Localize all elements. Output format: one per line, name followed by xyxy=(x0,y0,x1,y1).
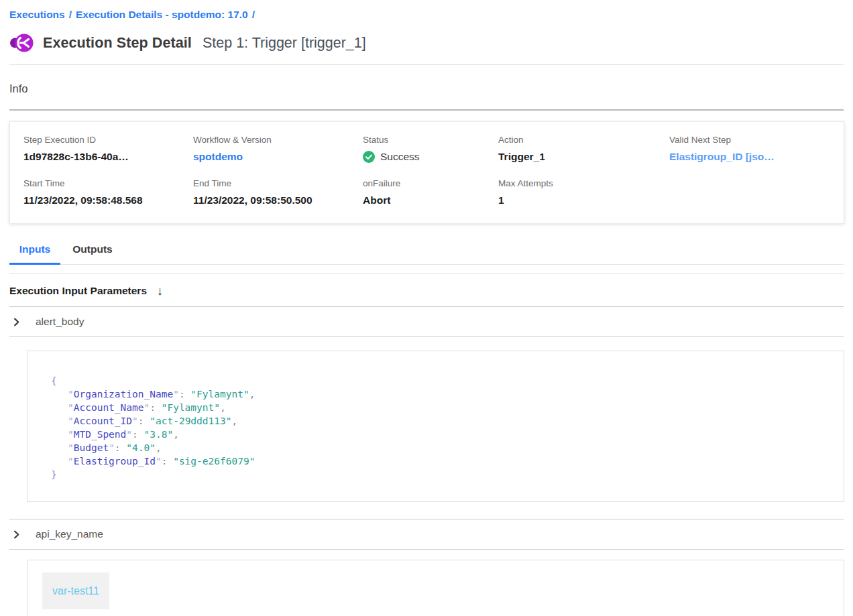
info-card: Step Execution ID 1d97828c-13b6-40a… Wor… xyxy=(9,121,844,224)
field-label: Step Execution ID xyxy=(23,135,193,145)
field-label: Status xyxy=(363,135,498,145)
execution-step-detail-page: Executions/Execution Details - spotdemo:… xyxy=(0,0,853,616)
divider xyxy=(9,336,844,337)
field-label: onFailure xyxy=(363,178,498,188)
api-key-name-panel: var-test11 xyxy=(27,560,844,616)
field-max-attempts: Max Attempts 1 xyxy=(498,178,669,206)
field-label: Start Time xyxy=(23,178,193,188)
info-card-row-1: Step Execution ID 1d97828c-13b6-40a… Wor… xyxy=(23,135,837,163)
divider xyxy=(9,109,844,111)
field-valid-next-step: Valid Next Step Elastigroup_ID [jso… xyxy=(669,135,837,163)
valid-next-step-link[interactable]: Elastigroup_ID [jso… xyxy=(669,151,837,163)
divider xyxy=(9,549,844,550)
chevron-right-icon xyxy=(12,530,21,539)
field-step-execution-id: Step Execution ID 1d97828c-13b6-40a… xyxy=(23,135,193,163)
section-label: alert_body xyxy=(36,316,84,328)
field-action: Action Trigger_1 xyxy=(498,135,669,163)
breadcrumb-link-executions[interactable]: Executions xyxy=(9,9,65,20)
field-onfailure: onFailure Abort xyxy=(363,178,498,206)
workflow-link[interactable]: spotdemo xyxy=(193,151,363,163)
field-value: Abort xyxy=(363,194,498,206)
field-status: Status Success xyxy=(363,135,498,163)
chevron-right-icon xyxy=(12,318,21,326)
alert-body-json: {"Organization_Name": "Fylamynt","Accoun… xyxy=(51,374,830,481)
inputs-outputs-tabs: Inputs Outputs xyxy=(9,239,844,265)
empty-cell xyxy=(669,178,837,206)
field-value: 11/23/2022, 09:58:50.500 xyxy=(193,194,363,206)
field-value: 1d97828c-13b6-40a… xyxy=(23,151,193,163)
breadcrumb: Executions/Execution Details - spotdemo:… xyxy=(0,0,853,21)
field-label: End Time xyxy=(193,178,363,188)
field-start-time: Start Time 11/23/2022, 09:58:48.568 xyxy=(23,178,193,206)
page-title: Execution Step Detail xyxy=(43,35,192,52)
section-api-key-name[interactable]: api_key_name xyxy=(0,519,853,549)
download-arrow-icon[interactable]: ↓ xyxy=(157,285,163,297)
fylamynt-logo-icon xyxy=(9,31,34,55)
breadcrumb-separator: / xyxy=(69,9,72,20)
success-check-icon xyxy=(363,151,375,163)
field-value: Trigger_1 xyxy=(498,151,669,163)
execution-input-parameters-label: Execution Input Parameters xyxy=(9,285,147,297)
field-label: Workflow & Version xyxy=(193,135,363,145)
api-key-name-chip: var-test11 xyxy=(42,572,109,609)
status-badge: Success xyxy=(363,151,498,163)
page-subtitle: Step 1: Trigger [trigger_1] xyxy=(203,35,366,52)
status-text: Success xyxy=(380,151,420,163)
field-value: 11/23/2022, 09:58:48.568 xyxy=(23,194,193,206)
page-header: Execution Step Detail Step 1: Trigger [t… xyxy=(0,31,853,55)
tab-inputs[interactable]: Inputs xyxy=(9,239,60,265)
execution-input-parameters-header: Execution Input Parameters ↓ xyxy=(0,273,853,297)
breadcrumb-trailing-separator: / xyxy=(252,9,255,20)
field-label: Valid Next Step xyxy=(669,135,837,145)
field-workflow-version: Workflow & Version spotdemo xyxy=(193,135,363,163)
alert-body-json-panel: {"Organization_Name": "Fylamynt","Accoun… xyxy=(27,351,844,502)
field-label: Max Attempts xyxy=(498,178,669,188)
info-card-row-2: Start Time 11/23/2022, 09:58:48.568 End … xyxy=(23,178,837,206)
field-end-time: End Time 11/23/2022, 09:58:50.500 xyxy=(193,178,363,206)
info-section-title: Info xyxy=(0,65,853,95)
breadcrumb-link-execution-details[interactable]: Execution Details - spotdemo: 17.0 xyxy=(76,9,248,20)
field-value: 1 xyxy=(498,194,669,206)
field-label: Action xyxy=(498,135,669,145)
tab-outputs[interactable]: Outputs xyxy=(67,239,118,264)
section-label: api_key_name xyxy=(36,528,103,540)
section-alert-body[interactable]: alert_body xyxy=(0,307,853,336)
